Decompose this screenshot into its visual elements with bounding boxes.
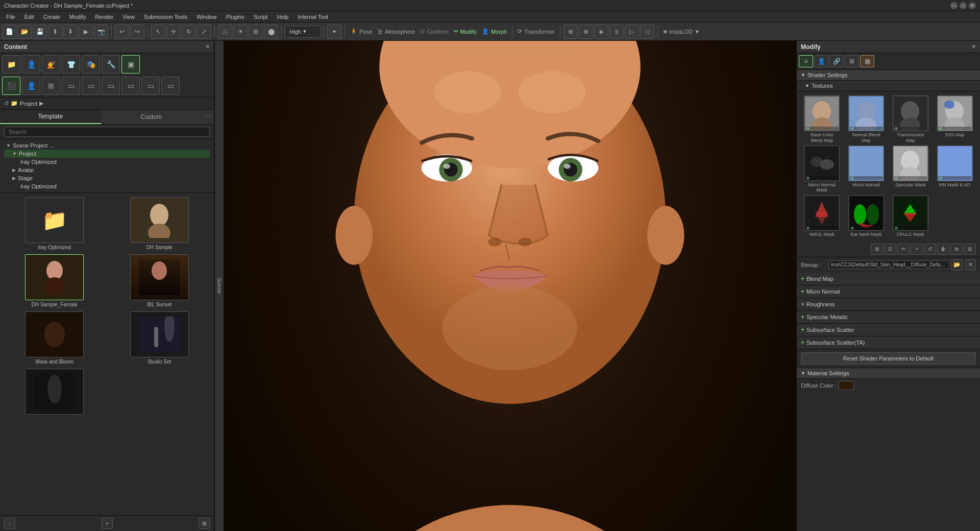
texture-nmul-mask[interactable]: ⊞ NMUL Mask xyxy=(801,195,843,237)
tree-item-scene-project[interactable]: ▼ Scene Project ... xyxy=(4,141,210,150)
maximize-button[interactable]: □ xyxy=(960,2,967,9)
shader-settings-header[interactable]: ▼ Shader Settings xyxy=(797,70,980,81)
btn4[interactable]: ⧖ xyxy=(609,25,624,39)
breadcrumb-back-icon[interactable]: ↺ xyxy=(4,100,9,107)
bottom-info-button[interactable]: ⊞ xyxy=(199,518,210,529)
grid-item-extra[interactable] xyxy=(4,369,105,416)
btn6[interactable]: ◁ xyxy=(640,25,654,39)
bottom-add-button[interactable]: + xyxy=(102,518,113,529)
undo-button[interactable]: ↩ xyxy=(115,25,129,39)
viewport[interactable] xyxy=(224,41,796,531)
texture-ear-neck-mask[interactable]: ⊞ Ear Neck Mask xyxy=(845,195,888,237)
tex-btn-delete[interactable]: 🗑 xyxy=(937,244,949,255)
material-settings-header[interactable]: ▼ Material Settings xyxy=(797,368,980,379)
move-button[interactable]: ✛ xyxy=(166,25,181,39)
reset-shader-button[interactable]: Reset Shader Parameters to Default xyxy=(801,352,976,365)
export-button[interactable]: ⬇ xyxy=(63,25,78,39)
instalod-button[interactable]: ◈ InstaLOD ▼ xyxy=(661,28,702,35)
grid-item-studio-set[interactable]: Studio Set xyxy=(109,311,210,365)
snapshot-button[interactable]: 📷 xyxy=(94,25,108,39)
quality-dropdown[interactable]: High ▾ xyxy=(285,26,321,38)
menu-submission-tools[interactable]: Submission Tools xyxy=(140,13,191,21)
transformer-button[interactable]: ⟳ Transformer xyxy=(516,28,557,35)
content-icon-e[interactable]: ▭ xyxy=(141,77,160,95)
content-icon-c[interactable]: ▭ xyxy=(102,77,120,95)
tab-options-button[interactable]: ⋯ xyxy=(202,110,214,124)
new-button[interactable]: 📄 xyxy=(2,25,16,39)
grid-item-mask-bloom[interactable]: Mask and Bloom xyxy=(4,311,105,365)
menu-view[interactable]: View xyxy=(118,13,139,21)
atmosphere-button[interactable]: 🌫 Atmosphere xyxy=(375,29,417,35)
scale-button[interactable]: ⤢ xyxy=(197,25,211,39)
texture-sss[interactable]: ⊞ SSS Map xyxy=(934,95,976,143)
grid-item-dhsample[interactable]: DH Sample xyxy=(109,197,210,250)
camera-button[interactable]: 🎥 xyxy=(218,25,232,39)
morph-button[interactable]: 👤 Morph xyxy=(480,28,509,35)
bottom-down-button[interactable]: ↓ xyxy=(4,518,15,529)
content-icon-clothing[interactable]: 👕 xyxy=(62,55,80,74)
grid-item-dhsample-female[interactable]: DH Sample_Female xyxy=(4,254,105,307)
pose-button[interactable]: 🧍 Pose xyxy=(348,28,374,35)
tex-btn-edit[interactable]: ✏ xyxy=(897,244,910,255)
menu-modify[interactable]: Modify xyxy=(65,13,90,21)
texture-base-color[interactable]: ⊞ Base ColorBlend Map xyxy=(801,95,843,143)
menu-edit[interactable]: Edit xyxy=(20,13,38,21)
textures-header[interactable]: ▼ Textures xyxy=(797,81,980,91)
content-icon-props[interactable]: 🎭 xyxy=(82,55,100,74)
texture-micro-normal-mask[interactable]: ⊞ Micro NormalMask xyxy=(801,146,843,194)
texture-mn-mask-ao[interactable]: ⊞ MN Mask & AO xyxy=(934,146,976,194)
btn3[interactable]: ◈ xyxy=(594,25,608,39)
modify-button[interactable]: ✏ Modify xyxy=(452,28,479,35)
tree-item-iray1[interactable]: Iray Optimized xyxy=(4,158,210,166)
content-icon-template[interactable]: ▣ xyxy=(121,55,140,74)
close-button[interactable]: ✕ xyxy=(969,2,976,9)
select-button[interactable]: ↖ xyxy=(151,25,165,39)
menu-internal-tool[interactable]: Internal Tool xyxy=(293,13,332,21)
texture-transmission[interactable]: ⊞ TransmissionMap xyxy=(890,95,932,143)
search-input[interactable] xyxy=(4,127,210,137)
sphere-button[interactable]: ⬤ xyxy=(264,25,278,39)
subsurface-scatter-header[interactable]: + Subsurface Scatter xyxy=(797,324,980,336)
grid-item-ibl-sunset[interactable]: IBL Sunset xyxy=(109,254,210,307)
subsurface-scatter-ta-header[interactable]: + Subsurface Scatter(TA) xyxy=(797,336,980,349)
menu-script[interactable]: Script xyxy=(249,13,272,21)
conform-button[interactable]: ⊙ Conform xyxy=(418,28,450,35)
blend-map-header[interactable]: + Blend Map xyxy=(797,273,980,285)
menu-plugins[interactable]: Plugins xyxy=(222,13,248,21)
texture-micro-normal[interactable]: ⊞ Micro Normal xyxy=(845,146,888,194)
content-icon-b[interactable]: ▭ xyxy=(82,77,100,95)
breadcrumb-project[interactable]: Project xyxy=(20,101,37,107)
micro-normal-header[interactable]: + Micro Normal xyxy=(797,285,980,298)
bitmap-clear-button[interactable]: ✕ xyxy=(965,259,976,271)
tex-btn-copy[interactable]: ⊞ xyxy=(871,244,883,255)
tree-item-project[interactable]: ▼ Project xyxy=(4,150,210,158)
tex-btn-b[interactable]: ⊞ xyxy=(964,244,976,255)
grid-button[interactable]: ⊞ xyxy=(249,25,263,39)
content-icon-list[interactable]: 👤 xyxy=(22,77,40,95)
content-icon-d[interactable]: ▭ xyxy=(121,77,140,95)
content-icon-active[interactable]: ⬛ xyxy=(2,77,20,95)
btn1[interactable]: ⊕ xyxy=(564,25,578,39)
diffuse-color-swatch[interactable] xyxy=(839,381,854,390)
content-icon-grid2[interactable]: ⊞ xyxy=(42,77,60,95)
tab-custom[interactable]: Custom xyxy=(101,110,202,124)
bitmap-browse-button[interactable]: 📂 xyxy=(951,259,963,271)
menu-render[interactable]: Render xyxy=(91,13,117,21)
tab-icon-settings[interactable]: ≡ xyxy=(799,55,813,67)
menu-window[interactable]: Window xyxy=(192,13,220,21)
modify-close-icon[interactable]: ✕ xyxy=(971,43,976,50)
menu-help[interactable]: Help xyxy=(273,13,293,21)
tab-icon-grid[interactable]: ⊞ xyxy=(845,55,859,67)
tree-item-stage[interactable]: ▶ Stage xyxy=(4,174,210,182)
rotate-button[interactable]: ↻ xyxy=(182,25,196,39)
tab-icon-checker[interactable]: ▦ xyxy=(860,55,874,67)
grid-item-iray[interactable]: 📁 Iray Optimized xyxy=(4,197,105,250)
tex-btn-a[interactable]: ⊕ xyxy=(950,244,963,255)
texture-specular-mask[interactable]: ⊞ Specular Mask xyxy=(890,146,932,194)
menu-file[interactable]: File xyxy=(2,13,19,21)
save-button[interactable]: 💾 xyxy=(33,25,47,39)
tree-item-iray2[interactable]: Iray Optimized xyxy=(4,182,210,190)
specular-metalic-header[interactable]: + Specular Metalic xyxy=(797,311,980,323)
scene-tab[interactable]: Scene xyxy=(214,41,224,531)
tex-btn-paste[interactable]: ⊡ xyxy=(884,244,896,255)
